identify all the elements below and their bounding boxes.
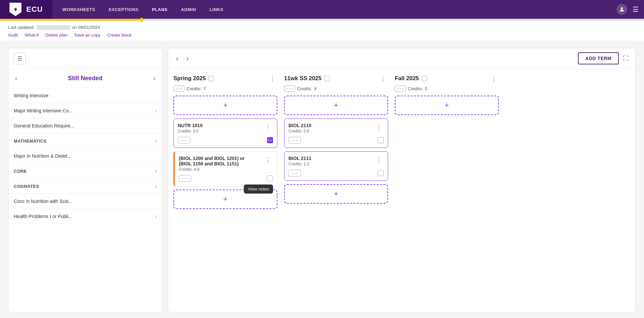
nav-right: ☰ [616, 4, 644, 15]
course-status-biol2110: - - - [288, 137, 301, 144]
term-header-fall: Fall 2025 ⋮ [395, 74, 499, 83]
last-updated-label: Last updated: [8, 25, 35, 30]
add-course-fall-top[interactable]: + [395, 96, 499, 115]
term-spring-2025: Spring 2025 ⋮ - - - Credits: 7 + N [173, 74, 277, 307]
logo-text: ECU [26, 5, 43, 14]
whatif-link[interactable]: What-If [25, 33, 39, 38]
chevron-right-icon-health: › [155, 214, 157, 219]
nav-links: WORKSHEETS EXCEPTIONS PLANS ADMIN LINKS [56, 0, 230, 19]
chevron-right-icon: › [155, 108, 157, 113]
term-credits-spring: - - - Credits: 7 [173, 86, 277, 92]
chevron-right-icon-core: › [155, 168, 157, 174]
plan-next-button[interactable]: › [184, 53, 192, 64]
sidebar-section-title: Still Needed [68, 75, 102, 82]
course-card-nutr-1010: NUTR 1010 Credits: 3.0 ⋮ - - - [173, 118, 277, 148]
audit-link[interactable]: Audit [8, 33, 18, 38]
last-updated-name [37, 25, 70, 30]
terms-container: Spring 2025 ⋮ - - - Credits: 7 + N [168, 69, 636, 312]
sidebar-toolbar: ☰ [8, 48, 162, 69]
course-options-nutr[interactable]: ⋮ [263, 123, 273, 131]
add-course-ss-top[interactable]: + [284, 96, 388, 115]
sidebar-next-button[interactable]: › [152, 73, 157, 83]
nav-worksheets[interactable]: WORKSHEETS [56, 0, 102, 19]
sidebar-item-writing-intensive[interactable]: Writing Intensive [8, 88, 162, 103]
progress-bar-container [0, 19, 644, 21]
course-credits-biol2111: Credits: 1.0 [288, 162, 311, 166]
sidebar-item-core[interactable]: CORE › [8, 164, 162, 179]
main-content: ☰ ‹ Still Needed › Writing Intensive Maj… [0, 41, 644, 318]
term-checkbox-fall[interactable] [422, 76, 427, 81]
plan-prev-button[interactable]: ‹ [173, 53, 181, 64]
progress-bar-fill [0, 19, 142, 21]
course-card-header-biol-combo: (BIOL 1200 and BIOL 1201) or(BIOL 1150 a… [179, 156, 273, 172]
credits-badge-fall: - - - [395, 86, 406, 92]
term-11wk-ss-2025: 11wk SS 2025 ⋮ - - - Credits: 4 + BIOL 2… [284, 74, 388, 307]
logo[interactable]: ⚜ ECU [0, 0, 52, 19]
course-name-biol2111: BIOL 2111 [288, 156, 311, 161]
top-navigation: ⚜ ECU WORKSHEETS EXCEPTIONS PLANS ADMIN … [0, 0, 644, 19]
term-options-spring[interactable]: ⋮ [267, 74, 277, 83]
nav-plans[interactable]: PLANS [145, 0, 174, 19]
delete-plan-link[interactable]: Delete plan [46, 33, 68, 38]
sidebar-item-mathematics[interactable]: MATHEMATICS › [8, 134, 162, 149]
course-credits-nutr: Credits: 3.0 [178, 129, 203, 134]
course-options-biol2110[interactable]: ⋮ [374, 123, 384, 131]
add-term-button[interactable]: ADD TERM [578, 52, 619, 64]
course-credits-biol2110: Credits: 3.0 [288, 129, 311, 134]
nav-exceptions[interactable]: EXCEPTIONS [102, 0, 145, 19]
term-fall-2025: Fall 2025 ⋮ - - - Credits: 0 + [395, 74, 499, 307]
course-status-biol-combo: - - - [179, 175, 191, 182]
expand-icon[interactable]: ⛶ [622, 54, 630, 63]
nav-links-item[interactable]: LINKS [203, 0, 230, 19]
term-title-fall: Fall 2025 [395, 75, 427, 82]
sidebar-prev-button[interactable]: ‹ [14, 73, 18, 83]
save-copy-link[interactable]: Save as copy [74, 33, 100, 38]
course-footer-biol-combo: - - - View notes [179, 175, 273, 182]
add-course-spring-top[interactable]: + [173, 96, 277, 115]
course-name-biol-combo: (BIOL 1200 and BIOL 1201) or(BIOL 1150 a… [179, 156, 245, 166]
sidebar-item-general-ed[interactable]: General Education Require... [8, 118, 162, 134]
add-course-ss-bottom[interactable]: + [284, 184, 388, 204]
sidebar-items: Writing Intensive Major Writing Intensiv… [8, 88, 162, 312]
term-header-spring: Spring 2025 ⋮ [173, 74, 277, 83]
course-footer-biol2110: - - - [288, 137, 384, 144]
sidebar-item-conc-nutrition[interactable]: Conc in Nutrition with Scie... [8, 194, 162, 209]
credits-badge-ss: - - - [284, 86, 295, 92]
sidebar-menu-button[interactable]: ☰ [14, 52, 26, 64]
term-title-spring: Spring 2025 [173, 75, 214, 82]
term-checkbox-ss[interactable] [324, 76, 330, 81]
term-options-fall[interactable]: ⋮ [489, 74, 499, 83]
notes-icon-nutr[interactable] [267, 137, 273, 143]
course-options-biol2111[interactable]: ⋮ [374, 156, 384, 164]
course-card-biol-2110: BIOL 2110 Credits: 3.0 ⋮ - - - [284, 118, 388, 148]
term-header-ss: 11wk SS 2025 ⋮ [284, 74, 388, 83]
create-block-link[interactable]: Create block [107, 33, 131, 38]
plan-toolbar: ‹ › ADD TERM ⛶ [168, 48, 636, 69]
term-options-ss[interactable]: ⋮ [378, 74, 388, 83]
nav-admin[interactable]: ADMIN [174, 0, 203, 19]
course-card-header-biol2110: BIOL 2110 Credits: 3.0 ⋮ [288, 123, 384, 134]
check-icon-biol2110[interactable] [378, 137, 384, 143]
course-card-header-nutr: NUTR 1010 Credits: 3.0 ⋮ [178, 123, 273, 134]
sidebar-item-major-writing[interactable]: Major Writing Intensive Co... › [8, 103, 162, 118]
check-icon-biol-combo[interactable] [267, 175, 273, 181]
sidebar-item-nutrition[interactable]: Major in Nutrition & Dietet... [8, 149, 162, 164]
user-icon[interactable] [616, 4, 627, 15]
course-card-header-biol2111: BIOL 2111 Credits: 1.0 ⋮ [288, 156, 384, 166]
plan-toolbar-right: ADD TERM ⛶ [578, 52, 630, 64]
chevron-right-icon-cognates: › [155, 183, 157, 189]
term-credits-ss: - - - Credits: 4 [284, 86, 388, 92]
course-options-biol-combo[interactable]: ⋮ [263, 156, 273, 164]
course-footer-nutr: - - - [178, 137, 273, 144]
sidebar-item-cognates[interactable]: COGNATES › [8, 179, 162, 194]
check-icon-biol2111[interactable] [378, 170, 384, 176]
sub-header: Last updated: on 09/01/2024 Audit What-I… [0, 21, 644, 41]
last-updated-date: on 09/01/2024 [72, 25, 100, 30]
course-status-nutr: - - - [178, 137, 190, 144]
sub-links: Audit What-If Delete plan Save as copy C… [8, 33, 636, 41]
sidebar-item-health-problems[interactable]: Health Problems I or Publi... › [8, 209, 162, 224]
hamburger-icon[interactable]: ☰ [633, 5, 639, 13]
term-title-ss: 11wk SS 2025 [284, 75, 330, 82]
credits-badge-spring: - - - [173, 86, 184, 92]
term-checkbox-spring[interactable] [208, 76, 214, 81]
